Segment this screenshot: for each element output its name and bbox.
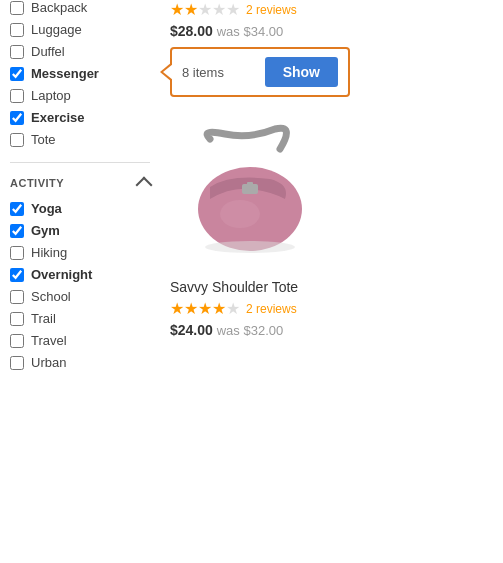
- checkbox-hiking[interactable]: [10, 246, 24, 260]
- p2-star-2: ★: [184, 299, 198, 318]
- filter-item-urban[interactable]: Urban: [10, 355, 150, 370]
- label-yoga: Yoga: [31, 201, 62, 216]
- filter-item-school[interactable]: School: [10, 289, 150, 304]
- label-travel: Travel: [31, 333, 67, 348]
- activity-section-title: ACTIVITY: [10, 177, 64, 189]
- filter-item-laptop[interactable]: Laptop: [10, 88, 150, 103]
- filter-item-duffel[interactable]: Duffel: [10, 44, 150, 59]
- items-count-label: 8 items: [182, 65, 265, 80]
- label-tote: Tote: [31, 132, 56, 147]
- bag-type-list: Backpack Luggage Duffel Messenger Laptop…: [10, 0, 150, 158]
- checkbox-laptop[interactable]: [10, 89, 24, 103]
- product2-stars: ★ ★ ★ ★ ★: [170, 299, 240, 318]
- product2-reviews-link[interactable]: 2 reviews: [246, 302, 297, 316]
- label-exercise: Exercise: [31, 110, 85, 125]
- product1-stars: ★ ★ ★ ★ ★: [170, 0, 240, 19]
- label-laptop: Laptop: [31, 88, 71, 103]
- svg-rect-3: [247, 182, 253, 186]
- label-messenger: Messenger: [31, 66, 99, 81]
- chevron-up-icon[interactable]: [136, 177, 153, 194]
- label-overnight: Overnight: [31, 267, 92, 282]
- star-5: ★: [226, 0, 240, 19]
- svg-point-1: [220, 200, 260, 228]
- filter-item-exercise[interactable]: Exercise: [10, 110, 150, 125]
- label-school: School: [31, 289, 71, 304]
- filter-item-trail[interactable]: Trail: [10, 311, 150, 326]
- filter-item-tote[interactable]: Tote: [10, 132, 150, 147]
- product1-reviews-link[interactable]: 2 reviews: [246, 3, 297, 17]
- filter-item-yoga[interactable]: Yoga: [10, 201, 150, 216]
- filter-item-backpack[interactable]: Backpack: [10, 0, 150, 15]
- product1-price-row: $28.00 was $34.00: [170, 23, 493, 39]
- label-urban: Urban: [31, 355, 66, 370]
- svg-point-4: [205, 241, 295, 253]
- filter-item-luggage[interactable]: Luggage: [10, 22, 150, 37]
- checkbox-backpack[interactable]: [10, 1, 24, 15]
- checkbox-overnight[interactable]: [10, 268, 24, 282]
- checkbox-tote[interactable]: [10, 133, 24, 147]
- items-popup: 8 items Show: [170, 47, 350, 97]
- label-luggage: Luggage: [31, 22, 82, 37]
- checkbox-yoga[interactable]: [10, 202, 24, 216]
- filter-item-travel[interactable]: Travel: [10, 333, 150, 348]
- filter-item-hiking[interactable]: Hiking: [10, 245, 150, 260]
- checkbox-messenger[interactable]: [10, 67, 24, 81]
- p2-star-1: ★: [170, 299, 184, 318]
- activity-section-header: ACTIVITY: [10, 175, 150, 191]
- product2-price-was: was $32.00: [217, 323, 284, 338]
- checkbox-exercise[interactable]: [10, 111, 24, 125]
- product2-price-current: $24.00: [170, 322, 213, 338]
- p2-star-3: ★: [198, 299, 212, 318]
- star-2: ★: [184, 0, 198, 19]
- label-hiking: Hiking: [31, 245, 67, 260]
- product2-name: Savvy Shoulder Tote: [170, 279, 493, 295]
- p2-star-4: ★: [212, 299, 226, 318]
- product2-image: [170, 109, 330, 269]
- star-3: ★: [198, 0, 212, 19]
- p2-star-5: ★: [226, 299, 240, 318]
- product-area: ★ ★ ★ ★ ★ 2 reviews $28.00 was $34.00 8 …: [160, 0, 503, 387]
- activity-filter-section: ACTIVITY Yoga Gym Hiking Overnight S: [10, 162, 150, 370]
- checkbox-trail[interactable]: [10, 312, 24, 326]
- product1-rating-row: ★ ★ ★ ★ ★ 2 reviews: [170, 0, 493, 19]
- checkbox-gym[interactable]: [10, 224, 24, 238]
- checkbox-luggage[interactable]: [10, 23, 24, 37]
- star-1: ★: [170, 0, 184, 19]
- label-gym: Gym: [31, 223, 60, 238]
- label-backpack: Backpack: [31, 0, 87, 15]
- filter-sidebar: Backpack Luggage Duffel Messenger Laptop…: [0, 0, 160, 387]
- show-button[interactable]: Show: [265, 57, 338, 87]
- page-container: Backpack Luggage Duffel Messenger Laptop…: [0, 0, 503, 387]
- label-duffel: Duffel: [31, 44, 65, 59]
- checkbox-urban[interactable]: [10, 356, 24, 370]
- filter-item-overnight[interactable]: Overnight: [10, 267, 150, 282]
- checkbox-duffel[interactable]: [10, 45, 24, 59]
- product2-rating-row: ★ ★ ★ ★ ★ 2 reviews: [170, 299, 493, 318]
- checkbox-travel[interactable]: [10, 334, 24, 348]
- product1-price-was: was $34.00: [217, 24, 284, 39]
- checkbox-school[interactable]: [10, 290, 24, 304]
- product1-price-current: $28.00: [170, 23, 213, 39]
- product2-price-row: $24.00 was $32.00: [170, 322, 493, 338]
- filter-item-messenger[interactable]: Messenger: [10, 66, 150, 81]
- label-trail: Trail: [31, 311, 56, 326]
- star-4: ★: [212, 0, 226, 19]
- filter-item-gym[interactable]: Gym: [10, 223, 150, 238]
- product2-image-svg: [180, 119, 320, 259]
